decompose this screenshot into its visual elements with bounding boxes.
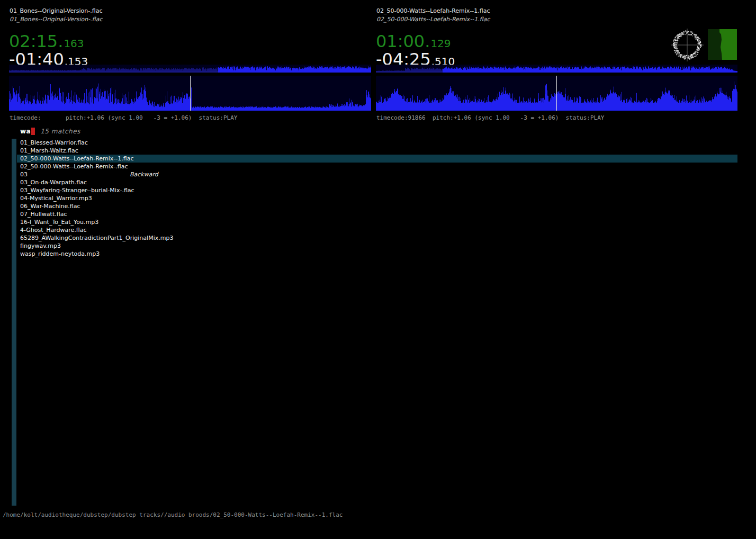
track-name: 04-Mystical_Warrior.mp3 xyxy=(20,195,92,202)
track-row[interactable]: 03_On-da-Warpath.flac xyxy=(17,178,737,186)
track-row[interactable]: wasp_riddem-neytoda.mp3 xyxy=(17,250,737,258)
deck-right-waveform-overview xyxy=(376,65,737,73)
track-row[interactable]: 65289_AWalkingContradictionPart1_Origina… xyxy=(17,234,737,242)
track-row[interactable]: 04-Mystical_Warrior.mp3 xyxy=(17,194,737,202)
track-row[interactable]: 4-Ghost_Hardware.flac xyxy=(17,226,737,234)
track-name: 02_50-000-Watts--Loefah-Remix--1.flac xyxy=(20,155,134,162)
track-name: 07_Hullwatt.flac xyxy=(20,211,67,218)
track-name: fingywav.mp3 xyxy=(20,242,61,249)
track-row[interactable]: 03Backward xyxy=(17,170,737,178)
deck-left-track-title: 01_Bones--Original-Version-.flac xyxy=(10,7,103,14)
track-name: 01_Blessed-Warrior.flac xyxy=(20,139,88,146)
track-row[interactable]: 16-I_Want_To_Eat_You.mp3 xyxy=(17,218,737,226)
track-row[interactable]: 03_Wayfaring-Stranger--burial-Mix-.flac xyxy=(17,186,737,194)
tracklist-scrollbar[interactable] xyxy=(12,139,16,506)
deck-right-status-line: timecode:91866 pitch:+1.06 (sync 1.00 -3… xyxy=(376,114,604,121)
signal-meter-icon xyxy=(708,29,737,60)
deck-right-track-title: 02_50-000-Watts--Loefah-Remix--1.flac xyxy=(376,7,490,14)
deck-left: 01_Bones--Original-Version-.flac 01_Bone… xyxy=(9,7,371,124)
match-count-label: 15 matches xyxy=(40,128,80,135)
search-bar[interactable]: wa 15 matches xyxy=(20,127,80,136)
track-row[interactable]: 06_War-Machine.flac xyxy=(17,202,737,210)
deck-left-waveform-closeup xyxy=(9,76,371,111)
deck-right-track-subtitle: 02_50-000-Watts--Loefah-Remix--1.flac xyxy=(376,16,490,23)
timecode-scope-icon xyxy=(670,28,705,62)
track-name: 03_Wayfaring-Stranger--burial-Mix-.flac xyxy=(20,187,134,194)
track-name: 02_50-000-Watts--Loefah-Remix-.flac xyxy=(20,163,128,170)
track-row[interactable]: 01_Marsh-Waltz.flac xyxy=(17,147,737,155)
track-name: 16-I_Want_To_Eat_You.mp3 xyxy=(20,219,98,226)
track-name: 03 xyxy=(20,171,28,178)
xwax-window: 01_Bones--Original-Version-.flac 01_Bone… xyxy=(0,0,756,539)
deck-right: 02_50-000-Watts--Loefah-Remix--1.flac 02… xyxy=(376,7,737,124)
track-name: 01_Marsh-Waltz.flac xyxy=(20,147,78,154)
selected-track-path: /home/kolt/audiotheque/dubstep/dubstep t… xyxy=(3,511,343,518)
track-name: 06_War-Machine.flac xyxy=(20,203,80,210)
track-row[interactable]: 01_Blessed-Warrior.flac xyxy=(17,139,737,147)
track-note: Backward xyxy=(130,170,158,178)
track-row[interactable]: 02_50-000-Watts--Loefah-Remix--1.flac xyxy=(17,155,737,163)
search-input[interactable]: wa xyxy=(20,128,31,135)
track-row[interactable]: fingywav.mp3 xyxy=(17,242,737,250)
deck-left-track-subtitle: 01_Bones--Original-Version-.flac xyxy=(10,16,103,23)
track-name: 65289_AWalkingContradictionPart1_Origina… xyxy=(20,235,173,241)
track-name: 03_On-da-Warpath.flac xyxy=(20,179,87,186)
deck-left-waveform-overview xyxy=(9,65,371,73)
track-name: 4-Ghost_Hardware.flac xyxy=(20,227,86,233)
deck-left-status-line: timecode: pitch:+1.06 (sync 1.00 -3 = +1… xyxy=(10,114,237,121)
deck-right-waveform-closeup xyxy=(376,76,737,111)
track-name: wasp_riddem-neytoda.mp3 xyxy=(20,250,100,257)
track-row[interactable]: 07_Hullwatt.flac xyxy=(17,210,737,218)
track-row[interactable]: 02_50-000-Watts--Loefah-Remix-.flac xyxy=(17,163,737,170)
text-cursor xyxy=(31,128,35,135)
track-list: 01_Blessed-Warrior.flac01_Marsh-Waltz.fl… xyxy=(17,139,737,258)
